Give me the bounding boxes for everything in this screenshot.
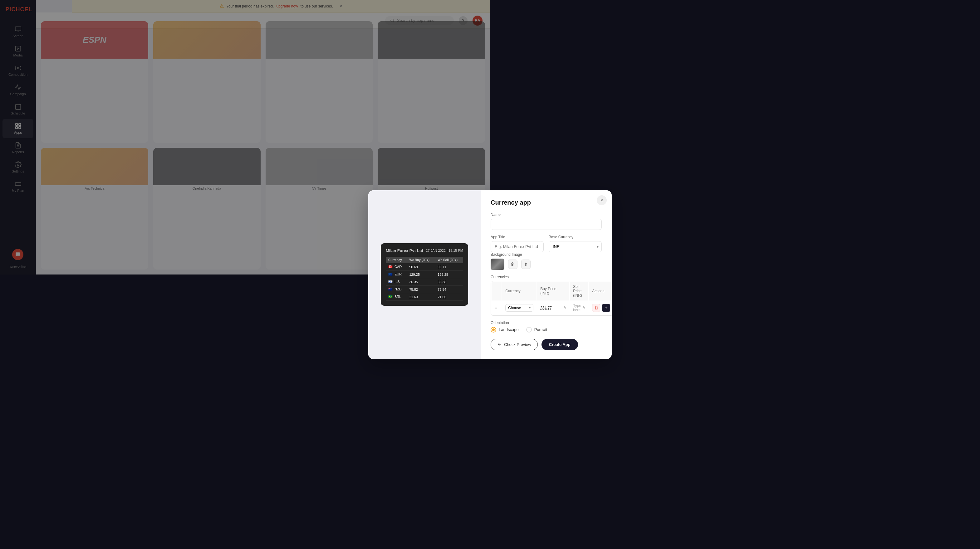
buy-price: 129.25 (407, 271, 435, 274)
preview-col-buy: We Buy (JPY) (407, 257, 435, 263)
modal-form-panel: Currency app × Name App Title Base Curre… (480, 190, 490, 275)
preview-header: Milan Forex Pvt Ltd 27 JAN 2022 | 18:15 … (386, 248, 463, 253)
modal-overlay: Milan Forex Pvt Ltd 27 JAN 2022 | 18:15 … (36, 0, 490, 274)
currency-code: CAD (395, 265, 402, 268)
flag-icon: 🇨🇦 (388, 265, 393, 269)
main-content: ⚠ Your trial period has expired. upgrade… (36, 0, 490, 274)
preview-row: 🇪🇺 EUR 129.25 129.28 (386, 271, 463, 274)
sell-price: 90.71 (435, 263, 463, 271)
buy-price: 90.69 (407, 263, 435, 271)
preview-col-currency: Currency (386, 257, 407, 263)
modal-preview-panel: Milan Forex Pvt Ltd 27 JAN 2022 | 18:15 … (368, 190, 480, 275)
flag-icon: 🇪🇺 (388, 272, 393, 274)
currency-code: EUR (395, 272, 402, 274)
preview-datetime: 27 JAN 2022 | 18:15 PM (426, 249, 463, 252)
currency-preview-card: Milan Forex Pvt Ltd 27 JAN 2022 | 18:15 … (381, 243, 468, 274)
preview-company-name: Milan Forex Pvt Ltd (386, 248, 423, 253)
preview-col-sell: We Sell (JPY) (435, 257, 463, 263)
preview-row: 🇨🇦 CAD 90.69 90.71 (386, 263, 463, 271)
sell-price: 129.28 (435, 271, 463, 274)
currency-app-modal: Milan Forex Pvt Ltd 27 JAN 2022 | 18:15 … (368, 190, 490, 275)
preview-table: Currency We Buy (JPY) We Sell (JPY) 🇨🇦 C… (386, 257, 463, 274)
